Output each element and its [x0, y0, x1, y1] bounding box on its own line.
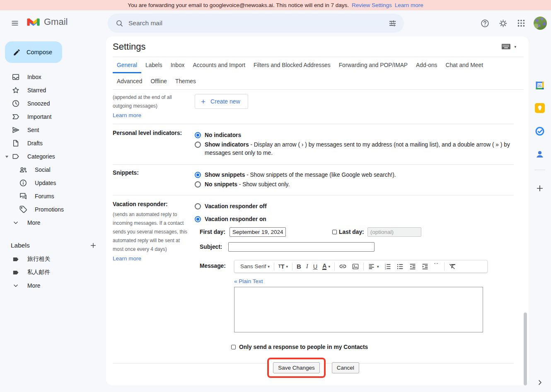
search-input[interactable] [128, 19, 383, 27]
clock-icon [12, 99, 20, 108]
banner-learn-more-link[interactable]: Learn more [395, 2, 423, 8]
sidebar-item-updates[interactable]: Updates [0, 176, 106, 190]
tab-themes[interactable]: Themes [171, 73, 200, 89]
sidebar-item-forums[interactable]: Forums [0, 190, 106, 203]
settings-tabs-row1: General Labels Inbox Accounts and Import… [113, 57, 529, 73]
tab-offline[interactable]: Offline [146, 73, 171, 89]
save-changes-button[interactable]: Save Changes [273, 362, 320, 373]
labels-more[interactable]: More [0, 279, 106, 292]
tab-accounts-and-import[interactable]: Accounts and Import [189, 57, 250, 73]
radio-show-indicators[interactable] [195, 142, 201, 148]
last-day-input[interactable] [367, 227, 421, 237]
remove-formatting-button[interactable] [446, 262, 459, 270]
support-button[interactable] [476, 14, 494, 32]
input-tools-button[interactable]: ▾ [502, 44, 516, 49]
sidebar-item-promotions[interactable]: Promotions [0, 203, 106, 216]
chevron-right-icon [536, 379, 544, 386]
sidebar-item-inbox[interactable]: Inbox [0, 70, 106, 84]
indent-increase-button[interactable] [419, 263, 431, 270]
tab-labels[interactable]: Labels [141, 57, 167, 73]
search-options-button[interactable] [383, 14, 401, 32]
settings-button[interactable] [494, 14, 512, 32]
calendar-app-button[interactable]: 31 [535, 80, 545, 91]
first-day-input[interactable] [230, 227, 286, 237]
italic-button[interactable]: I [304, 263, 311, 270]
sidebar-item-drafts[interactable]: Drafts [0, 137, 106, 150]
vacation-message-textarea[interactable] [234, 287, 483, 332]
subject-label: Subject: [200, 244, 222, 250]
labels-header: Labels [0, 238, 106, 253]
get-add-ons-button[interactable] [535, 183, 545, 193]
sidebar-item-starred[interactable]: Starred [0, 84, 106, 97]
tasks-app-button[interactable] [535, 126, 545, 136]
radio-no-indicators[interactable] [195, 132, 201, 138]
contacts-only-checkbox[interactable] [231, 345, 236, 349]
add-label-button[interactable] [89, 242, 97, 249]
tab-add-ons[interactable]: Add-ons [412, 57, 441, 73]
expand-caret-icon[interactable] [5, 155, 9, 159]
create-new-signature-button[interactable]: + Create new [195, 94, 248, 109]
tab-general[interactable]: General [113, 57, 141, 73]
search-bar[interactable] [108, 14, 404, 33]
review-settings-link[interactable]: Review Settings [352, 2, 392, 8]
vacation-learn-more-link[interactable]: Learn more [113, 255, 141, 262]
page-title: Settings [113, 41, 146, 52]
tab-inbox[interactable]: Inbox [167, 57, 189, 73]
sidebar-item-sent[interactable]: Sent [0, 123, 106, 137]
search-icon [115, 19, 124, 28]
numbered-list-button[interactable]: 123 [382, 263, 394, 270]
underline-button[interactable]: U [311, 263, 320, 270]
sidebar-item-label: Categories [27, 154, 55, 160]
sidebar-item-social[interactable]: Social [0, 163, 106, 176]
dropdown-arrow-icon: ▾ [268, 265, 270, 269]
insert-image-button[interactable] [349, 263, 362, 270]
contacts-only-label: Only send a response to people in my Con… [239, 344, 368, 350]
contacts-app-button[interactable] [535, 149, 545, 159]
quote-button[interactable]: ” [431, 263, 442, 269]
signature-learn-more-link[interactable]: Learn more [113, 112, 141, 118]
tab-advanced[interactable]: Advanced [113, 73, 146, 89]
hide-side-panel-button[interactable] [536, 379, 544, 386]
bold-button[interactable]: B [294, 263, 304, 270]
cancel-button[interactable]: Cancel [332, 362, 359, 373]
info-icon [19, 179, 27, 187]
contacts-icon [535, 149, 545, 159]
radio-vacation-off[interactable] [195, 203, 201, 209]
account-avatar[interactable] [534, 17, 547, 30]
indent-decrease-button[interactable] [406, 263, 419, 270]
settings-tabs-row2: Advanced Offline Themes [113, 73, 529, 89]
quote-icon: ” [434, 263, 440, 269]
vertical-scrollbar[interactable] [524, 313, 527, 385]
tab-filters[interactable]: Filters and Blocked Addresses [249, 57, 335, 73]
sidebar-item-categories[interactable]: Categories [0, 150, 106, 163]
text-color-button[interactable]: A▾ [320, 263, 333, 270]
font-size-button[interactable]: TT▾ [276, 263, 290, 270]
insert-link-button[interactable] [336, 262, 349, 270]
compose-button[interactable]: Compose [5, 41, 62, 63]
vacation-description: (sends an automated reply to incoming me… [113, 210, 194, 254]
label-filled-icon [12, 255, 20, 263]
sidebar-item-label: Sent [27, 127, 39, 133]
subject-input[interactable] [228, 242, 375, 252]
sidebar-item-snoozed[interactable]: Snoozed [0, 97, 106, 110]
font-family-select[interactable]: Sans Serif▾ [238, 263, 272, 269]
google-apps-button[interactable] [512, 14, 530, 32]
label-item-travel[interactable]: 旅行相关 [0, 253, 106, 266]
last-day-checkbox[interactable] [332, 230, 337, 234]
main-menu-button[interactable] [6, 14, 24, 32]
sidebar-item-important[interactable]: Important [0, 110, 106, 123]
tab-chat-and-meet[interactable]: Chat and Meet [441, 57, 487, 73]
bulleted-list-button[interactable] [394, 263, 406, 270]
tab-forwarding[interactable]: Forwarding and POP/IMAP [335, 57, 412, 73]
label-item-private[interactable]: 私人邮件 [0, 266, 106, 279]
search-button[interactable] [110, 14, 128, 32]
plain-text-toggle[interactable]: « Plain Text [234, 278, 488, 284]
label-item-text: More [27, 283, 40, 289]
sidebar-item-more[interactable]: More [0, 216, 106, 229]
radio-show-snippets[interactable] [195, 172, 201, 178]
important-marker-icon [12, 113, 20, 121]
align-button[interactable]: ▾ [365, 263, 382, 270]
radio-no-snippets[interactable] [195, 181, 201, 188]
keep-app-button[interactable] [535, 103, 545, 113]
radio-vacation-on[interactable] [195, 216, 201, 222]
